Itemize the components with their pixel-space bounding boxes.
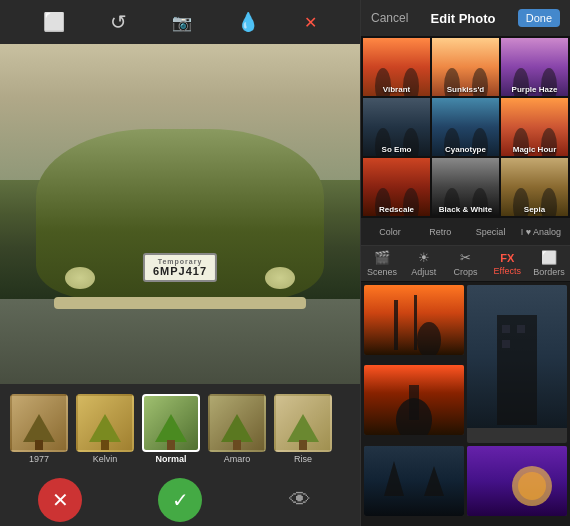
effect-vibrant[interactable]: Vibrant <box>363 38 430 96</box>
svg-rect-18 <box>394 300 398 350</box>
filter-1977-label: 1977 <box>29 454 49 464</box>
car-background <box>0 44 360 384</box>
effect-sunkissd-label: Sunkiss'd <box>432 85 499 94</box>
filter-normal[interactable]: Normal <box>140 394 202 464</box>
crop-icon[interactable]: ⬜ <box>43 11 65 33</box>
bottom-nav-tabs: 🎬 Scenes ☀ Adjust ✂ Crops FX Effects ⬜ B… <box>361 246 570 282</box>
effect-soemo-label: So Emo <box>363 145 430 154</box>
effect-purplehaze-label: Purple Haze <box>501 85 568 94</box>
tab-crops[interactable]: ✂ Crops <box>445 246 487 281</box>
gallery-thumb-4 <box>364 446 464 516</box>
effect-sepia[interactable]: Sepia <box>501 158 568 216</box>
gallery-thumb-5 <box>467 446 567 516</box>
gallery-item-2[interactable] <box>467 285 567 443</box>
filter-1977-thumb <box>10 394 68 452</box>
filter-amaro-label: Amaro <box>224 454 251 464</box>
photo-gallery <box>361 282 570 526</box>
effect-bw[interactable]: Black & White <box>432 158 499 216</box>
tab-special[interactable]: Special <box>466 223 516 241</box>
filter-amaro[interactable]: Amaro <box>206 394 268 464</box>
tab-analog[interactable]: I ♥ Analog <box>516 223 566 241</box>
confirm-button[interactable]: ✓ <box>158 478 202 522</box>
effects-icon: FX <box>500 252 514 264</box>
svg-point-20 <box>417 322 441 355</box>
borders-icon: ⬜ <box>541 250 557 265</box>
svg-rect-23 <box>517 325 525 333</box>
filter-kelvin-label: Kelvin <box>93 454 118 464</box>
svg-rect-19 <box>414 295 417 350</box>
effect-vibrant-label: Vibrant <box>363 85 430 94</box>
tab-color[interactable]: Color <box>365 223 415 241</box>
adjust-icon: ☀ <box>418 250 430 265</box>
effect-bw-label: Black & White <box>432 205 499 214</box>
effect-magichour[interactable]: Magic Hour <box>501 98 568 156</box>
filter-kelvin-thumb <box>76 394 134 452</box>
effect-sunkissd[interactable]: Sunkiss'd <box>432 38 499 96</box>
rotate-icon[interactable]: 📷 <box>172 13 192 32</box>
filter-amaro-thumb <box>208 394 266 452</box>
close-icon[interactable]: ✕ <box>304 13 317 32</box>
bottom-actions: ✕ ✓ 👁 <box>0 474 360 526</box>
undo-icon[interactable]: ↺ <box>110 10 127 34</box>
filter-1977[interactable]: 1977 <box>8 394 70 464</box>
gallery-thumb-1 <box>364 285 464 355</box>
effects-grid: Vibrant Sunkiss'd Purple Haze <box>361 36 570 218</box>
filter-normal-label: Normal <box>155 454 186 464</box>
top-toolbar: ⬜ ↺ 📷 💧 ✕ <box>0 0 360 44</box>
crops-icon: ✂ <box>460 250 471 265</box>
effect-cyanotype[interactable]: Cyanotype <box>432 98 499 156</box>
right-done-button[interactable]: Done <box>518 9 560 27</box>
gallery-thumb-3 <box>364 365 464 435</box>
svg-rect-22 <box>502 325 510 333</box>
svg-point-30 <box>518 472 546 500</box>
cancel-button[interactable]: ✕ <box>38 478 82 522</box>
license-plate: Temporary 6MPJ417 <box>143 253 217 282</box>
effect-purplehaze[interactable]: Purple Haze <box>501 38 568 96</box>
filter-normal-thumb <box>142 394 200 452</box>
license-state: Temporary <box>153 258 207 265</box>
gallery-item-1[interactable] <box>364 285 464 355</box>
gallery-item-3[interactable] <box>364 365 464 435</box>
gallery-thumb-2 <box>467 285 567 428</box>
effect-soemo[interactable]: So Emo <box>363 98 430 156</box>
edit-photo-header: Cancel Edit Photo Done <box>361 0 570 36</box>
tab-scenes[interactable]: 🎬 Scenes <box>361 246 403 281</box>
effect-redscale[interactable]: Redscale <box>363 158 430 216</box>
filter-category-tabs: Color Retro Special I ♥ Analog <box>361 218 570 246</box>
filter-rise-label: Rise <box>294 454 312 464</box>
filter-strip: 1977 Kelvin Normal <box>0 384 360 474</box>
filter-rise-thumb <box>274 394 332 452</box>
svg-marker-28 <box>424 466 444 496</box>
gallery-item-5[interactable] <box>467 446 567 516</box>
gallery-item-4[interactable] <box>364 446 464 516</box>
effect-cyanotype-label: Cyanotype <box>432 145 499 154</box>
scenes-icon: 🎬 <box>374 250 390 265</box>
tab-retro[interactable]: Retro <box>415 223 465 241</box>
preview-button[interactable]: 👁 <box>278 478 322 522</box>
tab-effects[interactable]: FX Effects <box>486 248 528 280</box>
filter-kelvin[interactable]: Kelvin <box>74 394 136 464</box>
filter-rise[interactable]: Rise <box>272 394 334 464</box>
effect-redscale-label: Redscale <box>363 205 430 214</box>
tilt-icon[interactable]: 💧 <box>237 11 259 33</box>
left-panel: ⬜ ↺ 📷 💧 ✕ Temporary 6MPJ417 <box>0 0 360 526</box>
svg-rect-26 <box>409 385 419 420</box>
effect-magichour-label: Magic Hour <box>501 145 568 154</box>
right-cancel-button[interactable]: Cancel <box>371 11 408 25</box>
license-number: 6MPJ417 <box>153 265 207 277</box>
svg-rect-24 <box>502 340 510 348</box>
main-photo: Temporary 6MPJ417 <box>0 44 360 384</box>
right-panel: Cancel Edit Photo Done Vibrant Sunkiss'd <box>360 0 570 526</box>
tab-borders[interactable]: ⬜ Borders <box>528 246 570 281</box>
tab-adjust[interactable]: ☀ Adjust <box>403 246 445 281</box>
right-title: Edit Photo <box>431 11 496 26</box>
svg-marker-27 <box>384 461 404 496</box>
effect-sepia-label: Sepia <box>501 205 568 214</box>
